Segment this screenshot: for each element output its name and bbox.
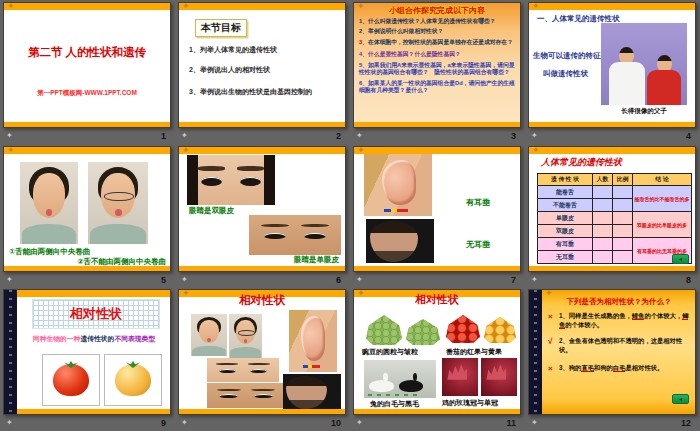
template-corner-icon: ✦: [7, 2, 15, 11]
slide-thumbnail-9[interactable]: 相对性状 同种生物的一种遗传性状的不同表现类型: [3, 289, 171, 415]
question-list: 1、什么叫做遗传性状？人体常见的遗传性状有哪些？ 2、举例说明什么叫做相对性状？…: [359, 18, 516, 95]
quiz-item: ×3、狗的直毛和狗的白毛是相对性状。: [559, 364, 690, 373]
question-item: 5、如果我们用A来表示显性基因，a来表示隐性基因，请问显性性状的基因组合有哪些？…: [359, 62, 516, 77]
trait-cell: 无耳垂: [538, 251, 593, 264]
section-heading: 本节目标: [195, 19, 247, 37]
quiz-text: 和狗的: [594, 364, 613, 371]
animation-star-icon[interactable]: ✦: [181, 131, 188, 140]
slide-thumbnail-1[interactable]: ✦ 第二节 人的性状和遗传 第一PPT模板网-WWW.1PPT.COM: [3, 2, 171, 128]
template-bottom-bar: [179, 266, 345, 271]
template-bottom-bar: [354, 266, 520, 271]
slide-thumbnail-10[interactable]: ✦ 相对性状: [178, 289, 346, 415]
quiz-text: 的个体较小。: [565, 321, 603, 328]
sepal-shape: [64, 361, 78, 368]
red-tomato-shape: [53, 364, 89, 396]
animation-star-icon[interactable]: ✦: [181, 418, 188, 427]
animation-star-icon[interactable]: ✦: [531, 131, 538, 140]
shirt-shape: [22, 224, 75, 244]
template-top-bar: ✦: [179, 3, 345, 10]
definition-text: 同种生物的一种遗传性状的不同表现类型: [20, 334, 168, 344]
template-bottom-bar: [529, 266, 695, 271]
animation-star-icon[interactable]: ✦: [531, 418, 538, 427]
no-earlobe-profile-photo: [366, 219, 434, 263]
ratio-cell: [613, 251, 633, 264]
slide-number: 4: [686, 131, 691, 141]
slide-thumbnail-2[interactable]: ✦ 本节目标 1、列举人体常见的遗传性状 2、举例说出人的相对性状 3、举例说出…: [178, 2, 346, 128]
animation-star-icon[interactable]: ✦: [6, 275, 13, 284]
table-row: 能卷舌能卷舌的比不能卷舌的多: [538, 186, 692, 199]
photo-caption: 兔的白毛与黑毛: [370, 399, 419, 409]
slide-thumbnail-5[interactable]: ✦ ①舌能由两侧向中央卷曲 ②舌不能由两侧向中央卷曲: [3, 146, 171, 272]
template-top-bar: [17, 290, 170, 297]
animation-star-icon[interactable]: ✦: [6, 131, 13, 140]
filmstrip-decoration: [529, 290, 542, 414]
photo-caption: ①舌能由两侧向中央卷曲: [9, 247, 90, 257]
slide-number: 12: [681, 418, 691, 428]
ratio-cell: [613, 186, 633, 199]
question-item: 4、什么是显性基因？什么是隐性基因？: [359, 51, 516, 59]
template-corner-icon: ✦: [545, 289, 553, 298]
slide-thumbnail-12[interactable]: ✦ 下列是否为相对性状？为什么？ ×1、同样是生长成熟的鱼，鲤鱼的个体较大，鲫鱼…: [528, 289, 696, 415]
template-bottom-bar: [4, 266, 170, 271]
earlobe-photo: [364, 154, 432, 216]
question-number: 2、: [359, 28, 368, 34]
animation-star-icon[interactable]: ✦: [356, 131, 363, 140]
photo-caption: 长得很像的父子: [597, 107, 691, 116]
photo-caption: 无耳垂: [466, 239, 490, 250]
eyebrow-shape: [237, 166, 263, 171]
check-mark: √: [548, 337, 552, 348]
single-eyelid-photo: [207, 383, 285, 408]
question-text: 在体细胞中，控制性状的基因是单独存在还是成对存在？: [368, 39, 513, 45]
tongue-rolling-boy-photo: [20, 162, 78, 244]
father-figure: [609, 47, 645, 105]
table-header-row: 遗 传 性 状 人数 比例 结 论: [538, 174, 692, 186]
slide-thumbnail-4[interactable]: ✦ 一、人体常见的遗传性状 生物可以遗传的特征 叫做遗传性状 长得很像的父子: [528, 2, 696, 128]
red-shirt-shape: [647, 70, 681, 105]
slide-number: 9: [161, 418, 166, 428]
slide-cell-10: ✦ 相对性状 ✦ 10: [175, 287, 350, 430]
table-row: 有耳垂有耳垂的比无耳垂的多: [538, 238, 692, 251]
slide-thumbnail-8[interactable]: ✦ 人体常见的遗传性状 遗 传 性 状 人数 比例 结 论 能卷舌能卷舌的比不能…: [528, 146, 696, 272]
template-top-bar: ✦: [4, 3, 170, 10]
back-button[interactable]: ◄: [672, 254, 689, 264]
animation-star-icon[interactable]: ✦: [6, 418, 13, 427]
slide-thumbnail-11[interactable]: ✦ 相对性状 豌豆的圆粒与皱粒 番茄的红果与黄果 兔的白毛与黑毛 鸡的玫瑰冠与单…: [353, 289, 521, 415]
ratio-cell: [613, 225, 633, 238]
section-heading: 相对性状: [354, 292, 520, 307]
template-corner-icon: ✦: [182, 289, 190, 298]
rabbits-photo: [364, 360, 436, 398]
back-button[interactable]: ◄: [672, 394, 689, 404]
white-shirt-shape: [609, 62, 645, 105]
count-cell: [593, 251, 613, 264]
template-top-bar: ✦: [529, 3, 695, 10]
quiz-text: 3、狗的: [559, 364, 581, 371]
question-number: 6、: [359, 80, 368, 86]
question-number: 5、: [359, 62, 368, 68]
question-text: 什么叫做遗传性状？人体常见的遗传性状有哪些？: [368, 18, 496, 24]
eyebrow-shape: [198, 166, 224, 171]
slide-thumbnail-3[interactable]: ✦ 小组合作探究完成以下内容 1、什么叫做遗传性状？人体常见的遗传性状有哪些？ …: [353, 2, 521, 128]
wrong-mark: ×: [548, 364, 553, 375]
trait-cell: 能卷舌: [538, 186, 593, 199]
slide-number: 3: [511, 131, 516, 141]
slide-cell-11: ✦ 相对性状 豌豆的圆粒与皱粒 番茄的红果与黄果 兔的白毛与黑毛 鸡的玫瑰冠与单…: [350, 287, 525, 430]
animation-star-icon[interactable]: ✦: [356, 275, 363, 284]
yellow-tomatoes-photo: [484, 317, 516, 343]
animation-star-icon[interactable]: ✦: [356, 418, 363, 427]
template-footer-link: 第一PPT模板网-WWW.1PPT.COM: [4, 89, 170, 98]
template-bottom-bar: [179, 122, 345, 127]
shirt-shape: [230, 347, 260, 358]
animation-star-icon[interactable]: ✦: [531, 275, 538, 284]
section-heading: 小组合作探究完成以下内容: [354, 5, 520, 16]
slide-thumbnail-7[interactable]: ✦ 有耳垂 无耳垂: [353, 146, 521, 272]
objective-item: 3、举例说出生物的性状是由基因控制的: [189, 87, 312, 97]
eye-shape: [201, 177, 222, 186]
slide-thumbnail-6[interactable]: ✦ 眼睛是双眼皮 眼睛是单眼皮: [178, 146, 346, 272]
filmstrip-decoration: [4, 290, 17, 414]
template-corner-icon: ✦: [357, 289, 365, 298]
yellow-tomato-shape: [115, 364, 151, 396]
definition-part: 不同表现类型: [114, 335, 155, 342]
eye-shape: [264, 233, 286, 240]
tongue-flat-boy-photo: [229, 314, 262, 358]
animation-star-icon[interactable]: ✦: [181, 275, 188, 284]
